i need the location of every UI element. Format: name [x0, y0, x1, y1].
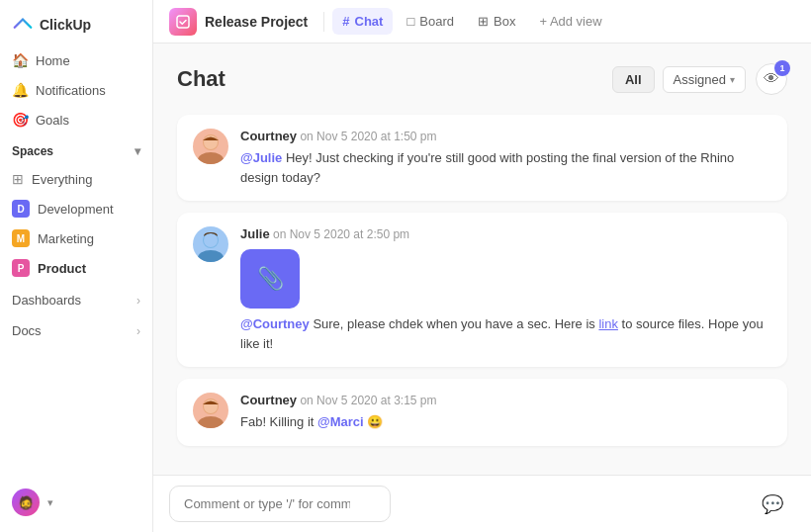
watch-badge: 1	[774, 60, 790, 76]
sidebar-item-marketing-label: Marketing	[38, 231, 94, 246]
message-1-timestamp: on Nov 5 2020 at 1:50 pm	[300, 130, 436, 143]
sidebar-item-product-label: Product	[38, 261, 86, 276]
mention-julie: @Julie	[240, 150, 282, 165]
sidebar-item-goals[interactable]: 🎯 Goals	[0, 105, 152, 134]
hash-icon: #	[342, 14, 349, 29]
sidebar-item-notifications-label: Notifications	[36, 83, 106, 98]
app-name: ClickUp	[40, 17, 91, 33]
sidebar-item-docs[interactable]: Docs ›	[0, 313, 152, 344]
add-view-label: + Add view	[539, 14, 601, 29]
dashboards-label: Dashboards	[12, 293, 81, 308]
message-1-author: Courtney	[240, 129, 297, 143]
home-icon: 🏠	[12, 52, 28, 68]
user-profile-area[interactable]: 🧔 ▾	[0, 481, 152, 524]
tab-chat[interactable]: # Chat	[332, 8, 393, 35]
message-2-timestamp: on Nov 5 2020 at 2:50 pm	[273, 227, 409, 241]
chat-filters: All Assigned ▾	[612, 66, 746, 93]
sidebar-item-development[interactable]: D Development	[0, 194, 152, 223]
box-icon: ⊞	[478, 14, 489, 29]
message-3-content: Courtney on Nov 5 2020 at 3:15 pm Fab! K…	[240, 393, 771, 432]
chevron-down-icon: ▾	[135, 144, 140, 158]
comment-input[interactable]	[169, 486, 391, 522]
tab-box[interactable]: ⊞ Box	[468, 8, 525, 35]
project-icon	[169, 8, 197, 36]
svg-point-2	[198, 152, 224, 164]
chat-area: Chat All Assigned ▾ 👁 1	[153, 44, 811, 475]
product-dot: P	[12, 259, 30, 277]
chat-header: Chat All Assigned ▾ 👁 1	[177, 63, 787, 95]
message-1-body: Hey! Just checking if you're still good …	[240, 150, 734, 185]
sidebar-item-marketing[interactable]: M Marketing	[0, 223, 152, 253]
sidebar-item-notifications[interactable]: 🔔 Notifications	[0, 75, 152, 105]
message-3: Courtney on Nov 5 2020 at 3:15 pm Fab! K…	[177, 379, 787, 446]
docs-label: Docs	[12, 323, 42, 338]
watch-button[interactable]: 👁 1	[756, 63, 787, 95]
message-3-text: Fab! Killing it @Marci 😀	[240, 412, 771, 432]
comment-bar: 💬	[153, 475, 811, 532]
message-3-author: Courtney	[240, 393, 297, 407]
add-view-button[interactable]: + Add view	[529, 8, 611, 35]
message-2-text: @Courtney Sure, please chdek when you ha…	[240, 314, 771, 353]
filter-all-button[interactable]: All	[612, 66, 655, 93]
sidebar-item-everything[interactable]: ⊞ Everything	[0, 164, 152, 194]
sidebar-item-home-label: Home	[36, 53, 70, 68]
comment-input-wrap: 💬	[169, 486, 795, 522]
message-3-emoji: 😀	[367, 414, 383, 429]
main-content: Release Project # Chat □ Board ⊞ Box + A…	[153, 0, 811, 532]
tab-board[interactable]: □ Board	[397, 8, 464, 35]
tab-chat-label: Chat	[355, 14, 384, 29]
filter-assigned-button[interactable]: Assigned ▾	[663, 66, 746, 93]
app-logo[interactable]: ClickUp	[0, 8, 152, 45]
chevron-down-assigned-icon: ▾	[730, 74, 735, 85]
bell-icon: 🔔	[12, 82, 28, 98]
message-2-content: Julie on Nov 5 2020 at 2:50 pm 📎 @Courtn…	[240, 226, 771, 353]
message-2-body-1: Sure, please chdek when you have a sec. …	[313, 316, 598, 331]
svg-rect-0	[177, 16, 189, 28]
send-icon[interactable]: 💬	[762, 493, 783, 515]
avatar-courtney-3	[193, 393, 228, 428]
spaces-label: Spaces	[12, 144, 53, 158]
mention-courtney: @Courtney	[240, 316, 310, 331]
development-dot: D	[12, 200, 30, 218]
avatar-courtney-1	[193, 129, 228, 164]
message-1: Courtney on Nov 5 2020 at 1:50 pm @Julie…	[177, 115, 787, 201]
attachment-icon: 📎	[257, 266, 284, 292]
svg-point-6	[204, 233, 218, 247]
topbar-divider	[323, 12, 324, 32]
everything-label: Everything	[32, 172, 92, 187]
avatar-julie	[193, 226, 228, 262]
message-1-text: @Julie Hey! Just checking if you're stil…	[240, 148, 771, 187]
message-1-content: Courtney on Nov 5 2020 at 1:50 pm @Julie…	[240, 129, 771, 187]
spaces-header[interactable]: Spaces ▾	[0, 134, 152, 164]
marketing-dot: M	[12, 229, 30, 247]
topbar: Release Project # Chat □ Board ⊞ Box + A…	[153, 0, 811, 44]
message-3-timestamp: on Nov 5 2020 at 3:15 pm	[300, 394, 436, 407]
chat-title: Chat	[177, 66, 225, 92]
message-3-meta: Courtney on Nov 5 2020 at 3:15 pm	[240, 393, 771, 407]
source-link[interactable]: link	[598, 316, 618, 331]
mention-marci: @Marci	[317, 414, 364, 429]
tab-box-label: Box	[494, 14, 515, 29]
assigned-label: Assigned	[674, 72, 726, 87]
message-2: Julie on Nov 5 2020 at 2:50 pm 📎 @Courtn…	[177, 213, 787, 367]
message-2-author: Julie	[240, 226, 270, 241]
sidebar-item-dashboards[interactable]: Dashboards ›	[0, 283, 152, 313]
tab-board-label: Board	[419, 14, 454, 29]
user-avatar: 🧔	[12, 488, 40, 516]
sidebar: ClickUp 🏠 Home 🔔 Notifications 🎯 Goals S…	[0, 0, 153, 532]
grid-icon: ⊞	[12, 171, 24, 187]
svg-point-5	[198, 250, 224, 262]
sidebar-item-development-label: Development	[38, 202, 114, 217]
chevron-right-icon-docs: ›	[136, 324, 140, 338]
sidebar-item-product[interactable]: P Product	[0, 253, 152, 283]
attachment-block[interactable]: 📎	[240, 249, 300, 309]
message-3-body-1: Fab! Killing it	[240, 414, 317, 429]
clickup-logo-icon	[12, 14, 34, 36]
svg-point-8	[198, 416, 224, 428]
user-initial: ▾	[47, 496, 53, 509]
goals-icon: 🎯	[12, 112, 28, 128]
sidebar-item-home[interactable]: 🏠 Home	[0, 45, 152, 75]
sidebar-item-goals-label: Goals	[36, 113, 69, 128]
message-2-meta: Julie on Nov 5 2020 at 2:50 pm	[240, 226, 771, 241]
project-title: Release Project	[205, 14, 308, 30]
